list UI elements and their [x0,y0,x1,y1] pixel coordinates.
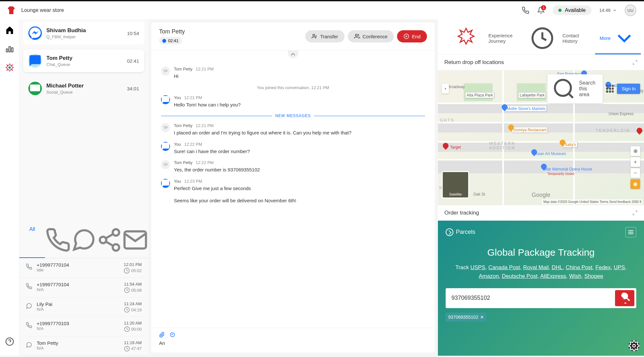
message-time: 12:22 PM [196,160,214,165]
parcels-logo: Parcels [446,228,475,236]
phone-icon [26,322,32,330]
history-item[interactable]: +19997770103N/A 11:20 AM 00:00 [19,317,148,336]
status-dot-icon [558,9,562,12]
message-sender: Tom Petty [174,67,193,71]
tab-contact-history[interactable]: Contact History [520,23,587,54]
message-time: 12:21 PM [196,123,214,128]
map-zoom-out-icon[interactable]: − [630,168,640,178]
message-row: You12:23 PMPerfect! Give me just a few s… [161,179,425,205]
map-locate-icon[interactable]: ⊕ [630,146,640,156]
svg-line-10 [106,234,113,238]
message-text: Perfect! Give me just a few seconds [174,185,425,192]
carrier-link[interactable]: USPS [470,264,485,270]
bell-icon[interactable]: 1 [537,6,545,14]
expand-icon[interactable] [632,210,638,215]
map-widget[interactable]: San Francisco Car Museum Broadway Grace … [438,70,644,205]
message-input[interactable] [159,340,427,346]
svg-point-23 [633,344,636,347]
messenger-icon [28,26,42,40]
carrier-link[interactable]: AliExpress [540,273,566,279]
map-panel-title: Return drop off locations [444,59,504,66]
carrier-link[interactable]: UPS [614,264,625,270]
history-name: +19997770104 [37,282,119,287]
availability-label: Available [565,7,586,13]
close-icon[interactable]: ✕ [480,315,484,320]
phone-icon[interactable] [522,6,529,14]
nav-analytics-icon[interactable] [5,44,14,53]
history-sub: N/A [37,307,119,312]
history-item[interactable]: Lily PaiN/A 11:24 AM 04:19 [19,298,148,317]
filter-email-tab[interactable] [122,223,148,258]
filter-all-tab[interactable]: All [19,223,45,258]
filter-phone-tab[interactable] [45,223,71,258]
logo-icon [8,6,15,14]
filter-chat-tab[interactable] [71,223,97,258]
history-time: 11:19 AM [124,340,142,345]
nav-jack-icon[interactable] [5,63,14,72]
history-duration: 00:00 [124,326,142,332]
gear-icon[interactable] [629,340,639,351]
carrier-link[interactable]: China Post [566,264,592,270]
map-zoom-in-icon[interactable]: + [630,157,640,167]
history-name: +19997770103 [37,321,119,326]
message-sender: You [174,142,181,147]
message-time: 12:22 PM [184,142,202,147]
map-signin-button[interactable]: Sign In [617,84,640,94]
map-apps-icon[interactable] [606,85,614,93]
filter-social-tab[interactable] [97,223,122,258]
conversation-time: 10:54 [127,31,139,36]
conversation-card[interactable]: Michael Potter Social_Queue 34:01 [23,77,144,100]
transfer-button[interactable]: Transfer [305,30,344,42]
message-row: TPTom Petty12:22 PMYes, the order number… [161,160,425,174]
user-avatar[interactable]: UU [625,5,636,16]
whatsapp-icon[interactable] [169,332,175,338]
avatar-tp: TP [161,160,170,169]
track-search-button[interactable] [615,290,634,306]
tab-more[interactable]: More [595,23,641,54]
history-list: +19997770104Idle 12:01 PM 05:02 +1999777… [19,258,148,356]
new-messages-separator: NEW MESSAGES [161,114,425,118]
map-satellite-toggle[interactable]: Satellite [442,171,469,198]
tracking-input[interactable] [448,291,612,305]
message-row: TPTom Petty12:21 PMHi [161,67,425,80]
carrier-link[interactable]: Deutsche Post [502,273,538,279]
history-name: Tom Petty [37,340,119,346]
help-icon[interactable] [5,337,14,346]
conversation-card[interactable]: Shivam Budhia Q_FBM_ihelper 10:54 [23,22,144,44]
attachment-icon[interactable] [159,332,165,338]
carrier-link[interactable]: Canada Post [488,264,520,270]
carrier-link[interactable]: Shopee [584,273,603,279]
history-item[interactable]: +19997770104Idle 12:01 PM 05:02 [19,258,148,278]
clock-display[interactable]: 14:46 [599,8,617,13]
history-time: 11:24 AM [124,301,142,306]
end-button[interactable]: End [397,30,427,42]
map-expand-side-icon[interactable] [442,84,449,94]
carrier-link[interactable]: Fedex [595,264,611,270]
map-label: Mollie Stone's Markets [506,106,547,112]
carrier-link[interactable]: DHL [552,264,563,270]
history-name: Lily Pai [37,301,119,307]
map-search-button[interactable]: Search this area [547,74,603,103]
history-sub: Idle [37,268,119,272]
carrier-link[interactable]: Wish [569,273,581,279]
history-item[interactable]: +19997770104N/A 11:54 AM 05:08 [19,278,148,297]
expand-icon[interactable] [632,60,638,65]
nav-home-icon[interactable] [5,26,14,35]
avatar-you [161,142,170,151]
conference-button[interactable]: Conference [348,30,394,42]
message-text: Yes, the order number is 937069355102 [174,166,425,174]
conversation-card[interactable]: Tom Petty Chat_Queue 02:41 [23,50,144,72]
history-sub: N/A [37,326,119,331]
tab-experience-journey[interactable]: Experience Journey [441,23,518,54]
carrier-link[interactable]: Royal Mail [523,264,548,270]
carrier-link[interactable]: Amazon [479,273,499,279]
history-item[interactable]: Tom PettyN/A 11:19 AM 47:47 [19,336,148,356]
chat-title: Tom Petty [159,28,185,35]
availability-dropdown[interactable]: Available [553,5,592,15]
map-pegman-icon[interactable]: ◉ [630,179,640,189]
track-chip[interactable]: 937069355102 ✕ [446,313,487,322]
google-logo: Google [532,192,550,198]
collapse-icon[interactable] [288,50,298,58]
hamburger-icon[interactable] [625,227,636,237]
avatar-you [161,179,170,188]
